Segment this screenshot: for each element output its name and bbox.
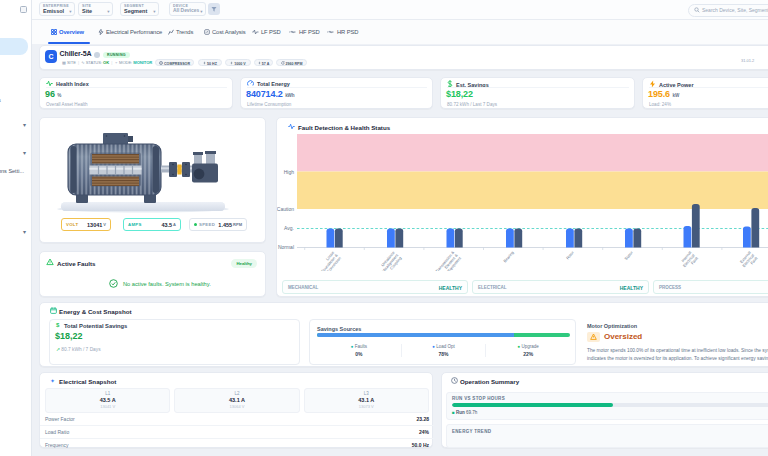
svg-text:Normal: Normal <box>278 244 294 250</box>
svg-text:Caution: Caution <box>277 206 294 212</box>
svg-text:High: High <box>284 169 295 175</box>
svg-text:Rotor: Rotor <box>565 249 575 260</box>
svg-text:Bearing: Bearing <box>502 250 514 263</box>
svg-text:Avg.: Avg. <box>284 225 294 231</box>
svg-text:Stator: Stator <box>623 249 634 261</box>
